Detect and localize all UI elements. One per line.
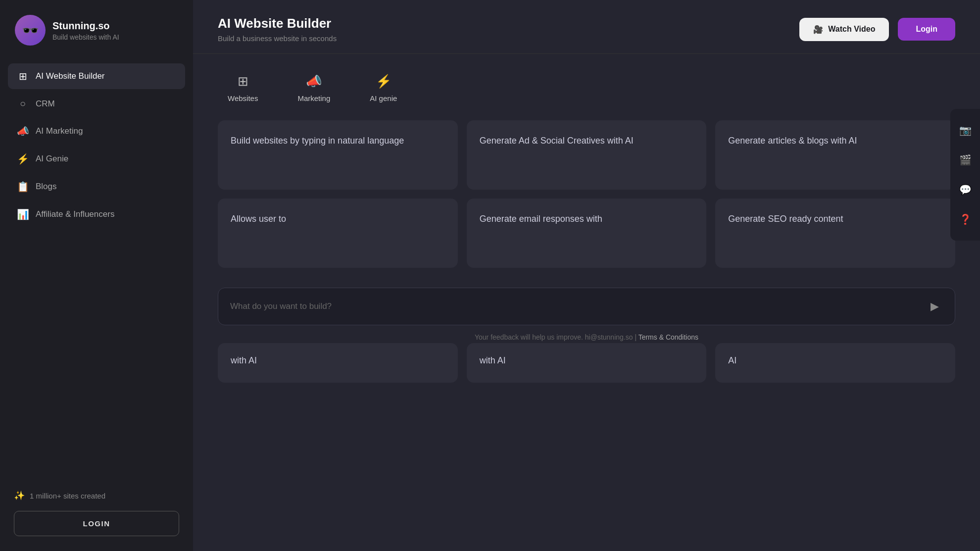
avatar: 🕶️ <box>15 15 46 46</box>
bottom-card-1[interactable]: with AI <box>218 343 458 383</box>
input-footer: Your feedback will help us improve. hi@s… <box>218 333 955 341</box>
panel-help-button[interactable]: ❓ <box>954 208 977 231</box>
sidebar-item-ai-marketing[interactable]: 📣 AI Marketing <box>8 118 185 144</box>
sidebar-navigation: ⊞ AI Website Builder ○ CRM 📣 AI Marketin… <box>0 59 193 480</box>
help-icon: ❓ <box>959 213 972 225</box>
megaphone-icon: 📣 <box>17 125 29 137</box>
tab-websites-label: Websites <box>228 94 258 102</box>
tab-ai-genie[interactable]: ⚡ AI genie <box>370 74 397 102</box>
card-generate-seo-text: Generate SEO ready content <box>728 212 843 226</box>
card-allows-user-text: Allows user to <box>231 212 286 226</box>
sidebar-login-button[interactable]: LOGIN <box>14 511 179 536</box>
chat-icon: 💬 <box>959 184 972 196</box>
panel-camera-button[interactable]: 📷 <box>954 119 977 142</box>
watch-video-label: Watch Video <box>828 25 875 34</box>
ai-genie-icon: ⚡ <box>376 74 392 89</box>
lightning-icon: ⚡ <box>17 153 29 165</box>
page-title: AI Website Builder <box>218 16 337 31</box>
sidebar-item-label: Blogs <box>36 182 57 192</box>
sidebar-item-ai-website-builder[interactable]: ⊞ AI Website Builder <box>8 63 185 89</box>
bottom-card-3-text: AI <box>728 354 736 367</box>
cards-grid: Build websites by typing in natural lang… <box>218 120 955 268</box>
footer-text: Your feedback will help us improve. hi@s… <box>475 333 638 341</box>
send-button[interactable]: ▶ <box>927 298 943 315</box>
user-icon: ○ <box>17 98 29 109</box>
tab-ai-genie-label: AI genie <box>370 94 397 102</box>
video-icon: 🎬 <box>959 154 972 166</box>
card-generate-seo[interactable]: Generate SEO ready content <box>715 199 955 268</box>
sidebar: 🕶️ Stunning.so Build websites with AI ⊞ … <box>0 0 193 551</box>
logo-emoji: 🕶️ <box>22 22 39 39</box>
app-title: Stunning.so <box>52 20 119 32</box>
send-icon: ▶ <box>931 300 939 313</box>
right-panel: 📷 🎬 💬 ❓ <box>950 109 980 241</box>
input-area: ▶ Your feedback will help us improve. hi… <box>218 288 955 341</box>
header-left: AI Website Builder Build a business webs… <box>218 16 337 43</box>
header-actions: 🎥 Watch Video Login <box>799 18 955 41</box>
header: AI Website Builder Build a business webs… <box>193 0 980 54</box>
sidebar-item-blogs[interactable]: 📋 Blogs <box>8 174 185 200</box>
camera-icon: 🎥 <box>813 25 823 34</box>
card-generate-articles[interactable]: Generate articles & blogs with AI <box>715 120 955 190</box>
panel-chat-button[interactable]: 💬 <box>954 178 977 201</box>
sidebar-item-label: AI Website Builder <box>36 71 105 81</box>
chart-icon: 📊 <box>17 208 29 220</box>
bottom-card-3[interactable]: AI <box>715 343 955 383</box>
terms-link[interactable]: Terms & Conditions <box>638 333 698 341</box>
build-input[interactable] <box>230 301 920 311</box>
sidebar-logo: 🕶️ Stunning.so Build websites with AI <box>0 0 193 59</box>
main-body: ⊞ Websites 📣 Marketing ⚡ AI genie Build … <box>193 54 980 551</box>
camera-icon: 📷 <box>959 124 972 136</box>
logo-text: Stunning.so Build websites with AI <box>52 20 119 41</box>
grid-icon: ⊞ <box>17 70 29 82</box>
blog-icon: 📋 <box>17 181 29 193</box>
card-build-websites[interactable]: Build websites by typing in natural lang… <box>218 120 458 190</box>
sidebar-item-ai-genie[interactable]: ⚡ AI Genie <box>8 146 185 172</box>
tabs-row: ⊞ Websites 📣 Marketing ⚡ AI genie <box>218 74 955 102</box>
marketing-icon: 📣 <box>306 74 322 89</box>
main-content: AI Website Builder Build a business webs… <box>193 0 980 551</box>
sidebar-item-crm[interactable]: ○ CRM <box>8 91 185 116</box>
tab-marketing[interactable]: 📣 Marketing <box>297 74 330 102</box>
card-allows-user[interactable]: Allows user to <box>218 199 458 268</box>
sidebar-item-label: CRM <box>36 99 55 109</box>
websites-icon: ⊞ <box>238 74 248 89</box>
sidebar-bottom: ✨ 1 million+ sites created LOGIN <box>0 480 193 551</box>
bottom-card-2[interactable]: with AI <box>467 343 707 383</box>
login-button[interactable]: Login <box>898 18 955 41</box>
card-generate-email-text: Generate email responses with <box>480 212 602 226</box>
card-build-websites-text: Build websites by typing in natural lang… <box>231 134 404 148</box>
watch-video-button[interactable]: 🎥 Watch Video <box>799 18 889 41</box>
bottom-card-2-text: with AI <box>480 354 506 367</box>
card-generate-email[interactable]: Generate email responses with <box>467 199 707 268</box>
input-wrapper: ▶ <box>218 288 955 325</box>
sidebar-item-label: AI Genie <box>36 154 68 164</box>
bottom-card-1-text: with AI <box>231 354 257 367</box>
tab-marketing-label: Marketing <box>297 94 330 102</box>
sites-created-label: ✨ 1 million+ sites created <box>14 490 179 501</box>
bottom-cards-row: with AI with AI AI <box>218 343 955 383</box>
card-generate-ad-text: Generate Ad & Social Creatives with AI <box>480 134 634 148</box>
tab-websites[interactable]: ⊞ Websites <box>228 74 258 102</box>
card-generate-articles-text: Generate articles & blogs with AI <box>728 134 857 148</box>
sidebar-item-label: Affiliate & Influencers <box>36 209 114 219</box>
panel-video-button[interactable]: 🎬 <box>954 149 977 171</box>
app-subtitle: Build websites with AI <box>52 33 119 41</box>
card-generate-ad[interactable]: Generate Ad & Social Creatives with AI <box>467 120 707 190</box>
page-subtitle: Build a business website in seconds <box>218 34 337 43</box>
sidebar-item-label: AI Marketing <box>36 126 83 136</box>
sidebar-item-affiliate[interactable]: 📊 Affiliate & Influencers <box>8 201 185 227</box>
sparkle-icon: ✨ <box>14 490 25 501</box>
